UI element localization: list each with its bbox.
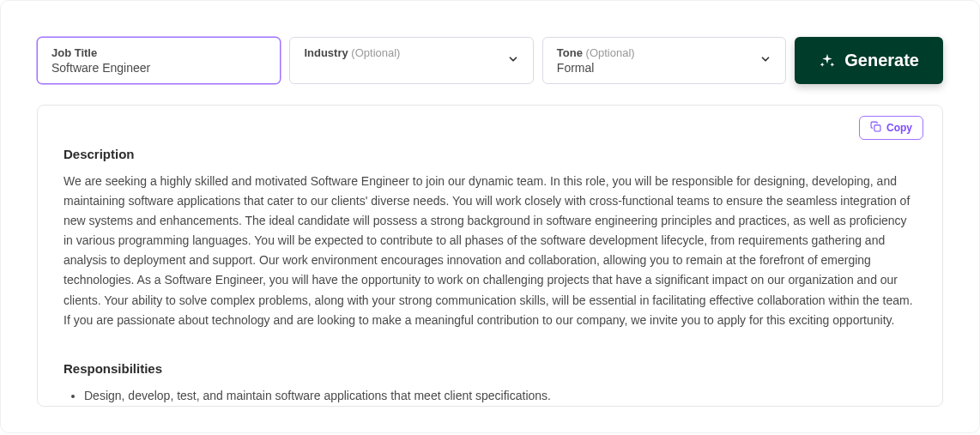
chevron-down-icon — [507, 53, 519, 69]
responsibilities-list: Design, develop, test, and maintain soft… — [64, 386, 916, 406]
chevron-down-icon — [759, 53, 771, 69]
responsibilities-heading: Responsibilities — [64, 361, 916, 376]
input-row: Job Title Software Engineer Industry (Op… — [37, 37, 943, 84]
generate-label: Generate — [844, 51, 919, 70]
industry-field[interactable]: Industry (Optional) — [289, 37, 533, 84]
description-body: We are seeking a highly skilled and moti… — [64, 172, 916, 330]
job-title-field[interactable]: Job Title Software Engineer — [37, 37, 281, 84]
copy-icon — [870, 121, 881, 135]
job-title-value: Software Engineer — [51, 61, 266, 75]
industry-label: Industry (Optional) — [304, 46, 518, 59]
copy-button[interactable]: Copy — [859, 116, 923, 140]
list-item: Design, develop, test, and maintain soft… — [84, 386, 916, 406]
tone-field[interactable]: Tone (Optional) Formal — [542, 37, 786, 84]
description-heading: Description — [64, 147, 916, 161]
tone-label: Tone (Optional) — [557, 46, 771, 59]
tone-value: Formal — [557, 61, 771, 75]
page-container: Job Title Software Engineer Industry (Op… — [0, 0, 980, 433]
sparkle-icon — [819, 52, 836, 69]
output-card: Copy Description We are seeking a highly… — [37, 105, 943, 407]
svg-rect-0 — [874, 125, 880, 131]
generate-button[interactable]: Generate — [795, 37, 943, 84]
copy-label: Copy — [886, 122, 912, 134]
job-title-label: Job Title — [51, 46, 266, 59]
